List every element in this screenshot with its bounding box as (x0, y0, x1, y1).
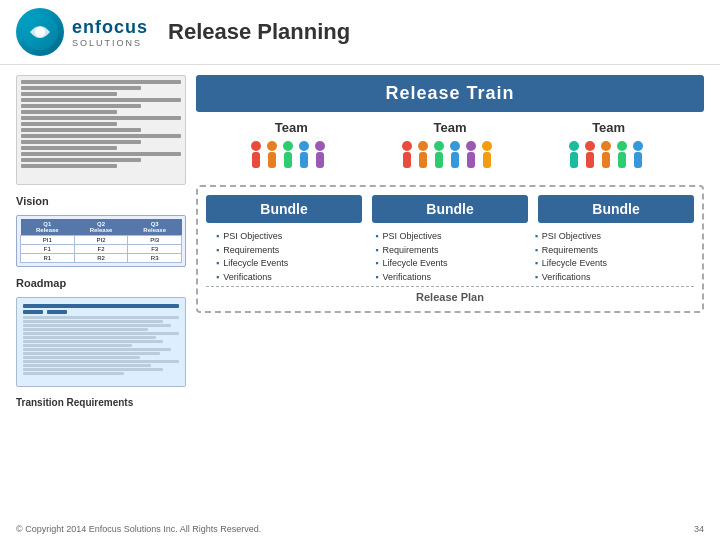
svg-point-4 (267, 141, 277, 151)
team-column-2: Team (397, 120, 503, 177)
svg-rect-17 (435, 152, 443, 168)
list-item: Requirements (535, 245, 684, 257)
transition-label: Transition Requirements (16, 397, 186, 408)
svg-point-24 (569, 141, 579, 151)
bundle-box-3: Bundle (538, 195, 694, 223)
doc-line (21, 134, 181, 138)
release-plan-label: Release Plan (206, 286, 694, 303)
logo-area: enfocus SOLUTIONS (16, 8, 148, 56)
svg-rect-7 (284, 152, 292, 168)
list-item: PSI Objectives (375, 231, 524, 243)
svg-point-6 (283, 141, 293, 151)
team-figures-2 (397, 139, 503, 177)
table-cell: R1 (21, 254, 75, 263)
roadmap-table: Q1Release Q2Release Q3Release PI1PI2PI3F… (16, 215, 186, 267)
doc-line (21, 98, 181, 102)
release-plan-area: Bundle Bundle Bundle PSI Objectives Requ… (196, 185, 704, 313)
table-cell: R2 (74, 254, 128, 263)
vision-label: Vision (16, 195, 186, 207)
svg-rect-15 (419, 152, 427, 168)
doc-line (21, 104, 141, 108)
svg-rect-29 (602, 152, 610, 168)
doc-line (21, 158, 141, 162)
objectives-list-3: PSI Objectives Requirements Lifecycle Ev… (535, 231, 684, 284)
objectives-col-3: PSI Objectives Requirements Lifecycle Ev… (535, 231, 684, 286)
svg-rect-27 (586, 152, 594, 168)
list-item: Requirements (375, 245, 524, 257)
svg-rect-31 (618, 152, 626, 168)
teams-row: Team (196, 120, 704, 177)
footer: © Copyright 2014 Enfocus Solutions Inc. … (0, 524, 720, 534)
team-figures-1 (246, 139, 336, 177)
team-label-3: Team (592, 120, 625, 135)
svg-rect-23 (483, 152, 491, 168)
svg-point-14 (418, 141, 428, 151)
team-label-1: Team (275, 120, 308, 135)
release-train-header: Release Train (196, 75, 704, 112)
table-cell: PI3 (128, 236, 182, 245)
svg-point-30 (617, 141, 627, 151)
list-item: Lifecycle Events (375, 258, 524, 270)
copyright-text: © Copyright 2014 Enfocus Solutions Inc. … (16, 524, 261, 534)
roadmap-label: Roadmap (16, 277, 186, 289)
table-header: Q2Release (74, 219, 128, 236)
bundle-box-2: Bundle (372, 195, 528, 223)
doc-line (21, 110, 117, 114)
sidebar: Vision Q1Release Q2Release Q3Release PI1… (16, 75, 186, 525)
svg-point-12 (402, 141, 412, 151)
doc-line (21, 86, 141, 90)
svg-rect-13 (403, 152, 411, 168)
team-figures-3 (564, 139, 654, 177)
svg-rect-9 (300, 152, 308, 168)
svg-rect-11 (316, 152, 324, 168)
svg-point-1 (35, 27, 45, 37)
doc-line (21, 122, 117, 126)
doc-line (21, 80, 181, 84)
page-number: 34 (694, 524, 704, 534)
list-item: PSI Objectives (216, 231, 365, 243)
svg-point-18 (450, 141, 460, 151)
logo-icon (16, 8, 64, 56)
svg-point-20 (466, 141, 476, 151)
svg-point-2 (251, 141, 261, 151)
table-cell: PI1 (21, 236, 75, 245)
list-item: Lifecycle Events (216, 258, 365, 270)
table-header: Q3Release (128, 219, 182, 236)
logo-text: enfocus SOLUTIONS (72, 17, 148, 48)
team-label-2: Team (433, 120, 466, 135)
bundles-row: Bundle Bundle Bundle (206, 195, 694, 223)
right-content: Release Train Team (196, 75, 704, 525)
table-cell: F1 (21, 245, 75, 254)
objectives-list-2: PSI Objectives Requirements Lifecycle Ev… (375, 231, 524, 284)
svg-point-28 (601, 141, 611, 151)
svg-point-10 (315, 141, 325, 151)
svg-point-8 (299, 141, 309, 151)
team-column-1: Team (246, 120, 336, 177)
doc-line (21, 92, 117, 96)
screen-detail (21, 302, 181, 378)
doc-line (21, 152, 181, 156)
vision-document (16, 75, 186, 185)
brand-name: enfocus (72, 17, 148, 38)
svg-rect-5 (268, 152, 276, 168)
table-cell: PI2 (74, 236, 128, 245)
table-cell: R3 (128, 254, 182, 263)
doc-line (21, 116, 181, 120)
screen-btn (23, 310, 43, 314)
svg-rect-19 (451, 152, 459, 168)
svg-point-32 (633, 141, 643, 151)
doc-line (21, 146, 117, 150)
brand-sub: SOLUTIONS (72, 38, 148, 48)
objectives-col-1: PSI Objectives Requirements Lifecycle Ev… (216, 231, 365, 286)
table-cell: F3 (128, 245, 182, 254)
bundle-box-1: Bundle (206, 195, 362, 223)
list-item: Verifications (375, 272, 524, 284)
objectives-list-1: PSI Objectives Requirements Lifecycle Ev… (216, 231, 365, 284)
doc-line (21, 140, 141, 144)
page-title: Release Planning (168, 19, 350, 45)
svg-rect-33 (634, 152, 642, 168)
team-column-3: Team (564, 120, 654, 177)
list-item: Requirements (216, 245, 365, 257)
svg-point-26 (585, 141, 595, 151)
objectives-col-2: PSI Objectives Requirements Lifecycle Ev… (375, 231, 524, 286)
